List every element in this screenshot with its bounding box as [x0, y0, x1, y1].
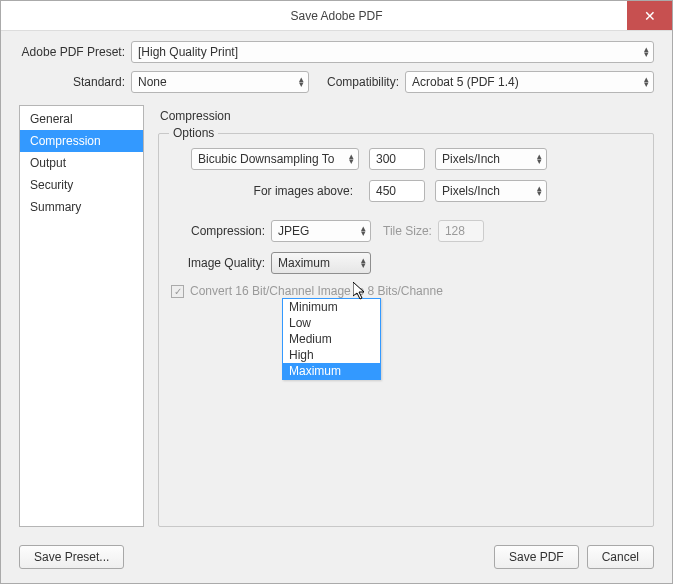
sidebar-item-security[interactable]: Security	[20, 174, 143, 196]
downsample-method-value: Bicubic Downsampling To	[198, 152, 335, 166]
cancel-button[interactable]: Cancel	[587, 545, 654, 569]
preset-label: Adobe PDF Preset:	[19, 45, 131, 59]
updown-icon: ▴▾	[644, 77, 649, 87]
image-quality-value: Maximum	[278, 256, 330, 270]
convert-checkbox: ✓	[171, 285, 184, 298]
dropdown-item-maximum[interactable]: Maximum	[283, 363, 380, 379]
options-fieldset: Options Bicubic Downsampling To ▴▾ 300 P…	[158, 133, 654, 527]
image-quality-dropdown[interactable]: Minimum Low Medium High Maximum	[282, 298, 381, 380]
preset-value: [High Quality Print]	[138, 45, 238, 59]
compatibility-label: Compatibility:	[309, 75, 405, 89]
dropdown-item-low[interactable]: Low	[283, 315, 380, 331]
preset-select[interactable]: [High Quality Print] ▴▾	[131, 41, 654, 63]
sidebar-item-compression[interactable]: Compression	[20, 130, 143, 152]
for-above-unit-value: Pixels/Inch	[442, 184, 500, 198]
image-quality-select[interactable]: Maximum ▴▾	[271, 252, 371, 274]
close-icon: ✕	[644, 8, 656, 24]
dropdown-item-medium[interactable]: Medium	[283, 331, 380, 347]
compression-value: JPEG	[278, 224, 309, 238]
dropdown-item-minimum[interactable]: Minimum	[283, 299, 380, 315]
dropdown-item-high[interactable]: High	[283, 347, 380, 363]
standard-value: None	[138, 75, 167, 89]
tile-size-input: 128	[438, 220, 484, 242]
compression-select[interactable]: JPEG ▴▾	[271, 220, 371, 242]
compatibility-select[interactable]: Acrobat 5 (PDF 1.4) ▴▾	[405, 71, 654, 93]
updown-icon: ▴▾	[349, 154, 354, 164]
footer: Save Preset... Save PDF Cancel	[1, 535, 672, 583]
compression-label: Compression:	[171, 224, 271, 238]
options-legend: Options	[169, 126, 218, 140]
downsample-unit-select[interactable]: Pixels/Inch ▴▾	[435, 148, 547, 170]
top-section: Adobe PDF Preset: [High Quality Print] ▴…	[1, 31, 672, 105]
updown-icon: ▴▾	[361, 226, 366, 236]
image-quality-label: Image Quality:	[171, 256, 271, 270]
for-above-value-input[interactable]: 450	[369, 180, 425, 202]
standard-label: Standard:	[19, 75, 131, 89]
sidebar: General Compression Output Security Summ…	[19, 105, 144, 527]
titlebar: Save Adobe PDF ✕	[1, 1, 672, 31]
sidebar-item-general[interactable]: General	[20, 108, 143, 130]
close-button[interactable]: ✕	[627, 1, 672, 30]
tile-size-label: Tile Size:	[383, 224, 432, 238]
downsample-method-select[interactable]: Bicubic Downsampling To ▴▾	[191, 148, 359, 170]
panel: Compression Options Bicubic Downsampling…	[158, 105, 654, 527]
compatibility-value: Acrobat 5 (PDF 1.4)	[412, 75, 519, 89]
sidebar-item-summary[interactable]: Summary	[20, 196, 143, 218]
sidebar-item-output[interactable]: Output	[20, 152, 143, 174]
save-preset-button[interactable]: Save Preset...	[19, 545, 124, 569]
save-pdf-dialog: Save Adobe PDF ✕ Adobe PDF Preset: [High…	[0, 0, 673, 584]
standard-select[interactable]: None ▴▾	[131, 71, 309, 93]
updown-icon: ▴▾	[299, 77, 304, 87]
save-pdf-button[interactable]: Save PDF	[494, 545, 579, 569]
downsample-unit-value: Pixels/Inch	[442, 152, 500, 166]
panel-title: Compression	[158, 105, 654, 133]
updown-icon: ▴▾	[361, 258, 366, 268]
updown-icon: ▴▾	[537, 154, 542, 164]
updown-icon: ▴▾	[537, 186, 542, 196]
updown-icon: ▴▾	[644, 47, 649, 57]
for-above-unit-select[interactable]: Pixels/Inch ▴▾	[435, 180, 547, 202]
for-above-label: For images above:	[171, 184, 359, 198]
downsample-value-input[interactable]: 300	[369, 148, 425, 170]
window-title: Save Adobe PDF	[290, 9, 382, 23]
convert-label: Convert 16 Bit/Channel Image to 8 Bits/C…	[190, 284, 443, 298]
